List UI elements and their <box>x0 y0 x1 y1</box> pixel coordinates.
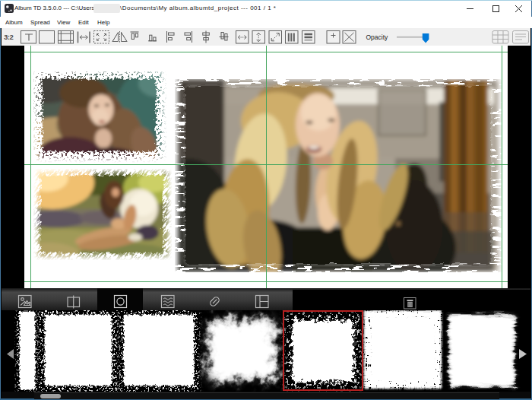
svg-text:3:2: 3:2 <box>4 33 13 41</box>
svg-text:Opacity: Opacity <box>366 33 389 41</box>
